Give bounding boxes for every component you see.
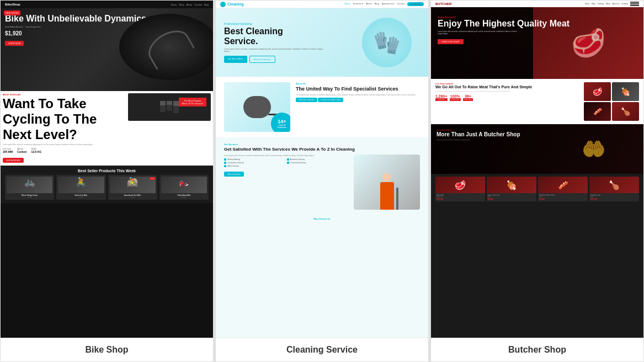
butcher-nav-link-3[interactable]: Catering: [598, 3, 604, 5]
cleaning-service-2: Apartment Cleaning: [287, 158, 349, 161]
cleaning-nav-home[interactable]: Home: [344, 2, 350, 6]
bike-spec-col-1: Fork Travel 205 MM: [3, 148, 13, 153]
cleaning-about-title: The United Way To Find Specialist Servic…: [296, 86, 420, 92]
cleaning-nav: Cleaning Home Services ▾ About Blog Appo…: [216, 1, 428, 8]
butcher-img-3: 🥓: [584, 102, 611, 121]
butcher-products-grid: 🥩 BBQ bundle Some cut $19.00 🍖 Bone-In P…: [435, 177, 639, 201]
butcher-stat-1-label: Customers: [435, 98, 448, 101]
butcher-middle-desc: Lorem ipsum dolor sit amet, consectetur …: [435, 91, 579, 92]
cleaning-service-4-label: Commercial Cleaning: [290, 162, 306, 164]
butcher-nav-links: Home Shop Catering Menu About Us Contact…: [585, 3, 628, 5]
cleaning-about: 14+ Years Of Experience About Us The Uni…: [216, 77, 428, 137]
butcher-product-4-price: $10.00: [590, 198, 638, 200]
cleaning-nav-contact[interactable]: Contact: [397, 2, 405, 6]
bike-spec-col-2: Material Carbon: [17, 148, 27, 153]
bike-shop-card[interactable]: BikeShop Home Shop About Contact Blog NE…: [0, 0, 215, 362]
cleaning-services-content: Lorem ipsum dolor sit amet, consectetur …: [224, 155, 420, 210]
butcher-nav-link-5[interactable]: About Us: [613, 3, 619, 5]
butcher-nav-link-4[interactable]: Menu: [606, 3, 610, 5]
bike-product-4[interactable]: 🏍️ Orbea Alma Bike $2,100: [159, 175, 209, 200]
butcher-menu-icon[interactable]: [630, 2, 639, 6]
cleaning-service-1: Window Washing: [224, 158, 286, 161]
cleaning-nav-appointment[interactable]: Appointment: [382, 2, 394, 6]
butcher-middle-title: We Go All Out To Raise Meat That's Pure …: [435, 85, 579, 89]
cleaning-more-btn[interactable]: More Details: [224, 172, 244, 177]
butcher-nav-link-6[interactable]: Contacts: [621, 3, 628, 5]
cleaning-hero-desc: Lorem ipsum dolor sit amet, consectetur …: [224, 48, 323, 52]
bike-nav-link-3[interactable]: About: [187, 3, 192, 6]
butcher-nav-link-1[interactable]: Home: [585, 3, 589, 5]
butcher-stat-2-label: Proven Quality: [450, 98, 461, 101]
butcher-product-1-price: $19.00: [437, 198, 484, 200]
butcher-hero-content: enjoy the best! Enjoy The Highest Qualit…: [438, 15, 637, 45]
bike-products-grid: 🚲 Monin Edrigo Grade $1,200 🚴 Santa Cruz…: [5, 175, 209, 200]
butcher-nav-link-2[interactable]: Shop: [592, 3, 595, 5]
butcher-stat-2: 100% Proven Quality: [450, 94, 461, 101]
bike-product-3[interactable]: 🚵 NEW Specialized Taro Bike $1,450: [108, 175, 157, 200]
butcher-hero-cta[interactable]: VIEW OUR SHOP: [438, 39, 464, 44]
butcher-card[interactable]: BUTCHER Home Shop Catering Menu About Us…: [430, 0, 644, 362]
vacuum-body: [243, 96, 271, 118]
butcher-product-4[interactable]: 🍗 Boneless Wings 500g $10.00: [589, 177, 639, 201]
cleaning-hero-btn-secondary[interactable]: View Our Service: [249, 56, 275, 63]
cleaning-nav-links: Home Services ▾ About Blog Appointment C…: [344, 2, 424, 6]
bike-hero: NEW OFFER Bike With Unbelievable Dynamic…: [1, 8, 213, 91]
service-dot-4: [287, 162, 289, 164]
bike-spec-col-3: Weight 12.6 KG: [31, 148, 42, 153]
cleaning-vacuum-visual: [243, 96, 271, 118]
cleaning-service-5-label: Office Cleaning: [227, 165, 238, 167]
cleaning-nav-cta[interactable]: Get A Price: [407, 2, 424, 6]
bike-section-title: Want To Take Cycling To The Next Level?: [3, 96, 126, 142]
butcher-product-1-info: BBQ bundle Some cut $19.00: [435, 193, 485, 201]
cleaning-nav-blog[interactable]: Blog: [375, 2, 379, 6]
bike-nav-link-1[interactable]: Home: [171, 3, 177, 6]
bike-nav-brand: BikeShop: [5, 3, 20, 6]
cleaning-nav-services[interactable]: Services ▾: [353, 2, 363, 6]
bike-nav-link-5[interactable]: Blog: [204, 3, 209, 6]
cleaning-hero-right: 🧤: [354, 15, 420, 70]
cleaning-card[interactable]: Cleaning Home Services ▾ About Blog Appo…: [215, 0, 430, 362]
bike-product-1[interactable]: 🚲 Monin Edrigo Grade $1,200: [5, 175, 54, 200]
cleaning-services-list: Window Washing Apartment Cleaning Constr…: [224, 158, 348, 167]
butcher-product-2[interactable]: 🍖 Bone-In Pork Chop 600g $8.90: [487, 177, 536, 201]
bike-hero-cta[interactable]: SHOP NOW: [5, 41, 24, 46]
bike-shop-preview[interactable]: BikeShop Home Shop About Contact Blog NE…: [1, 1, 213, 338]
butcher-product-3[interactable]: 🥓 Boneless Chicken Thighs 300g $9.00: [538, 177, 588, 201]
butcher-img-4: 🍗: [612, 102, 639, 121]
butcher-stat-1-num: 1,280+: [435, 94, 448, 98]
cleaning-service-5: Office Cleaning: [224, 165, 286, 167]
bike-nav-link-4[interactable]: Contact: [194, 3, 202, 6]
butcher-product-1[interactable]: 🥩 BBQ bundle Some cut $19.00: [435, 177, 485, 201]
butcher-hero-desc: Lorem ipsum dolor sit amet, consectetur …: [438, 30, 520, 35]
cleaning-about-cta-btn[interactable]: View Our Services: [296, 98, 317, 102]
butcher-stats: 1,280+ Customers 100% Proven Quality 36+…: [435, 94, 579, 101]
cleaning-hero-btn-primary[interactable]: Our Best Offers: [224, 56, 247, 63]
bike-spec-1: Sands Al Alloy Aluminum: [5, 26, 23, 28]
cleaning-preview[interactable]: Cleaning Home Services ▾ About Blog Appo…: [216, 1, 428, 338]
worker-figure-wrapper: [380, 155, 394, 210]
cleaning-hero-left: Professional Sanitizing Best Cleaning Se…: [224, 22, 354, 63]
cleaning-hero-title: Best Cleaning Service.: [224, 26, 354, 46]
butcher-img-2: 🍖: [612, 82, 639, 101]
cleaning-glove-icon: 🧤: [373, 30, 401, 56]
bike-show-more-btn[interactable]: SHOW MORE: [3, 158, 24, 163]
butcher-hero-title: Enjoy The Highest Quality Meat: [438, 19, 637, 29]
cleaning-nav-about[interactable]: About: [366, 2, 371, 6]
bike-spec-2: Transit Dropper Post: [25, 26, 41, 28]
cleaning-title-line2: Service.: [224, 36, 258, 46]
bike-product-2[interactable]: 🚴 Santa Cruz Bike $980: [56, 175, 105, 200]
cleaning-service-2-label: Apartment Cleaning: [290, 158, 305, 161]
bike-nav-links: Home Shop About Contact Blog: [171, 3, 209, 6]
bike-product-1-price: $1,200: [7, 196, 52, 198]
hamburger-line-3: [630, 5, 639, 6]
butcher-img-1: 🥩: [584, 82, 611, 101]
bike-hero-image: [119, 14, 213, 80]
butcher-hands-icon: 🤲: [582, 138, 606, 161]
butcher-preview[interactable]: BUTCHER Home Shop Catering Menu About Us…: [431, 1, 643, 338]
cleaning-service-3: Construction Clean Up: [224, 162, 286, 164]
butcher-product-3-price: $9.00: [539, 198, 587, 200]
cleaning-about-phone: or Call +123 6561 5523: [318, 98, 344, 102]
service-dot-3: [224, 162, 226, 164]
bike-product-3-image: 🚵 NEW: [110, 177, 156, 193]
bike-nav-link-2[interactable]: Shop: [179, 3, 184, 6]
